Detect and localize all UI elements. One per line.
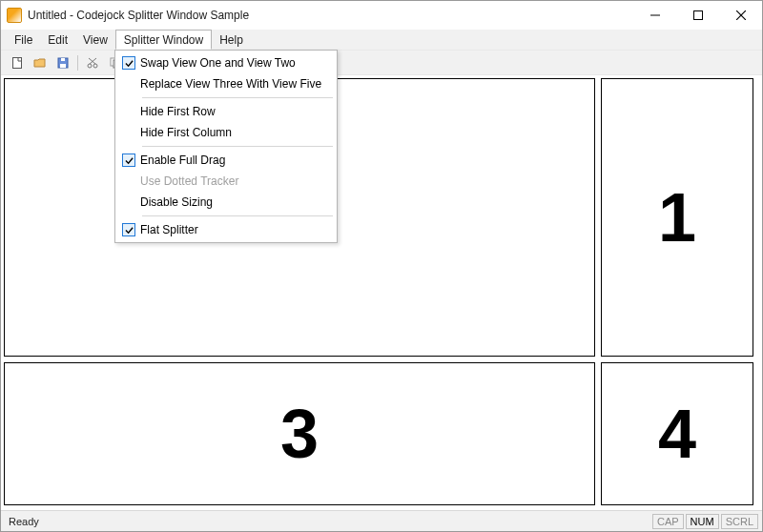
svg-point-9 xyxy=(93,64,97,68)
pane-bottom-right[interactable]: 4 xyxy=(601,362,753,505)
menu-edit[interactable]: Edit xyxy=(40,30,75,50)
menu-separator xyxy=(142,146,333,147)
menuitem-label: Swap View One and View Two xyxy=(140,56,321,70)
minimize-button[interactable] xyxy=(633,1,676,30)
toolbar-separator xyxy=(77,55,78,71)
svg-rect-4 xyxy=(13,57,22,68)
window-title: Untitled - Codejock Splitter Window Samp… xyxy=(28,9,249,22)
menu-splitter-window[interactable]: Splitter Window xyxy=(115,30,212,50)
menuitem-label: Enable Full Drag xyxy=(140,153,321,167)
status-text: Ready xyxy=(5,516,650,527)
svg-rect-7 xyxy=(61,58,65,61)
menuitem-swap-views[interactable]: Swap View One and View Two xyxy=(117,52,335,73)
menuitem-flat-splitter[interactable]: Flat Splitter xyxy=(117,219,335,240)
status-scrl: SCRL xyxy=(721,514,758,529)
menu-help[interactable]: Help xyxy=(212,30,251,50)
svg-point-8 xyxy=(88,64,92,68)
open-folder-icon xyxy=(33,56,47,70)
menu-view[interactable]: View xyxy=(75,30,115,50)
open-file-button[interactable] xyxy=(30,52,51,73)
splitter-window-dropdown: Swap View One and View Two Replace View … xyxy=(114,50,338,243)
titlebar: Untitled - Codejock Splitter Window Samp… xyxy=(1,1,762,30)
menuitem-enable-full-drag[interactable]: Enable Full Drag xyxy=(117,150,335,171)
pane-number: 1 xyxy=(658,178,696,256)
pane-number: 3 xyxy=(280,395,319,473)
check-icon xyxy=(117,223,140,236)
cut-button[interactable] xyxy=(82,52,103,73)
pane-number: 4 xyxy=(658,395,696,473)
svg-line-11 xyxy=(89,58,95,64)
menuitem-replace-view[interactable]: Replace View Three With View Five xyxy=(117,73,335,94)
new-file-icon xyxy=(10,56,24,70)
statusbar: Ready CAP NUM SCRL xyxy=(1,510,762,531)
scissors-icon xyxy=(86,56,99,70)
svg-rect-6 xyxy=(60,64,66,68)
pane-top-right[interactable]: 1 xyxy=(601,78,753,357)
pane-bottom-left[interactable]: 3 xyxy=(4,362,595,505)
menubar: File Edit View Splitter Window Help Swap… xyxy=(1,30,762,51)
close-button[interactable] xyxy=(719,1,762,30)
check-icon xyxy=(117,153,140,167)
menuitem-hide-first-column[interactable]: Hide First Column xyxy=(117,122,335,143)
menuitem-label: Hide First Column xyxy=(140,126,321,139)
menu-separator xyxy=(142,97,333,98)
svg-line-10 xyxy=(90,58,96,64)
app-icon xyxy=(7,8,22,23)
menuitem-label: Flat Splitter xyxy=(140,223,321,236)
status-num: NUM xyxy=(686,514,719,529)
new-file-button[interactable] xyxy=(7,52,28,73)
maximize-button[interactable] xyxy=(676,1,719,30)
save-icon xyxy=(56,56,70,70)
menuitem-use-dotted-tracker: Use Dotted Tracker xyxy=(117,171,335,192)
save-button[interactable] xyxy=(52,52,73,73)
menuitem-label: Use Dotted Tracker xyxy=(140,174,321,188)
menuitem-label: Hide First Row xyxy=(140,105,321,118)
svg-rect-1 xyxy=(693,11,702,20)
menuitem-label: Disable Sizing xyxy=(140,195,321,209)
menuitem-label: Replace View Three With View Five xyxy=(140,77,321,91)
status-cap: CAP xyxy=(652,514,684,529)
menuitem-disable-sizing[interactable]: Disable Sizing xyxy=(117,192,335,213)
menu-file[interactable]: File xyxy=(7,30,40,50)
check-icon xyxy=(117,56,140,70)
menu-separator xyxy=(142,215,333,216)
menuitem-hide-first-row[interactable]: Hide First Row xyxy=(117,101,335,122)
